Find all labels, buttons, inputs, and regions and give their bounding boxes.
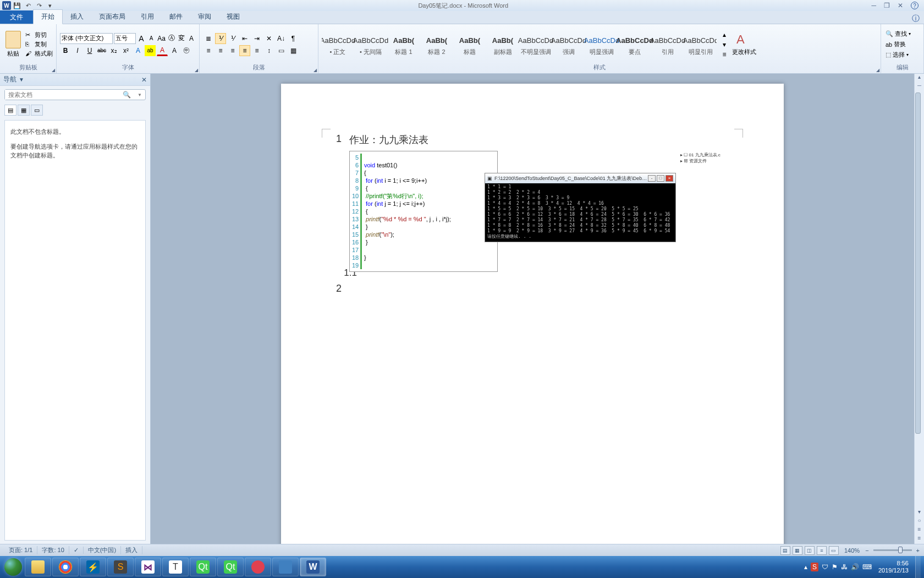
- shrink-font-button[interactable]: A: [147, 33, 156, 44]
- task-explorer[interactable]: [25, 558, 51, 576]
- style-item[interactable]: AaBb(标题 2: [421, 29, 453, 61]
- tray-lang-icon[interactable]: ⌨: [862, 563, 872, 571]
- heading-1[interactable]: 1 作业：九九乘法表: [325, 133, 740, 146]
- nav-tab-headings[interactable]: ▤: [4, 105, 16, 116]
- align-center-button[interactable]: ≡: [215, 45, 226, 56]
- scroll-up-icon[interactable]: ▴: [915, 74, 924, 83]
- font-launcher-icon[interactable]: ◢: [195, 68, 198, 73]
- bullets-button[interactable]: ≣: [203, 33, 214, 44]
- status-insert-mode[interactable]: 插入: [121, 546, 142, 554]
- clipboard-launcher-icon[interactable]: ◢: [52, 68, 55, 73]
- nav-close-icon[interactable]: ✕: [141, 76, 147, 84]
- tray-ime-icon[interactable]: S: [811, 563, 818, 571]
- view-outline-button[interactable]: ≡: [817, 546, 827, 555]
- prev-page-icon[interactable]: ≡: [915, 526, 924, 535]
- align-justify-button[interactable]: ≡: [239, 45, 250, 56]
- font-size-combo[interactable]: [114, 33, 136, 44]
- search-icon[interactable]: 🔍: [119, 91, 134, 99]
- tab-review[interactable]: 审阅: [190, 10, 219, 24]
- zoom-slider[interactable]: [873, 549, 912, 551]
- styles-gallery[interactable]: AaBbCcDd• 正文AaBbCcDd• 无间隔AaBb(标题 1AaBb(标…: [322, 28, 717, 62]
- paste-button[interactable]: 粘贴: [3, 31, 23, 58]
- subscript-button[interactable]: x₂: [108, 45, 119, 56]
- phonetic-button[interactable]: 変: [177, 33, 186, 44]
- zoom-in-button[interactable]: +: [916, 547, 920, 554]
- numbering-button[interactable]: ⅟: [215, 33, 226, 44]
- change-styles-button[interactable]: A 更改样式: [732, 32, 756, 56]
- char-border-button[interactable]: A: [187, 33, 196, 44]
- style-item[interactable]: AaBb(标题: [454, 29, 486, 61]
- document-area[interactable]: 1 作业：九九乘法表 56void test01()7{8 for (int i…: [151, 74, 914, 544]
- style-item[interactable]: AaBbCcDd要点: [619, 29, 651, 61]
- zoom-level[interactable]: 140%: [844, 547, 860, 554]
- tray-flag-icon[interactable]: ⚑: [832, 563, 838, 571]
- doc-split-icon[interactable]: ─: [915, 83, 924, 91]
- asian-layout-button[interactable]: ✕: [263, 33, 274, 44]
- tab-references[interactable]: 引用: [133, 10, 162, 24]
- tab-file[interactable]: 文件: [0, 10, 33, 24]
- tray-up-icon[interactable]: ▴: [804, 563, 807, 571]
- replace-button[interactable]: ab替换: [884, 40, 912, 49]
- underline-button[interactable]: U: [84, 45, 95, 56]
- code-screenshot[interactable]: 56void test01()7{8 for (int i = 1; i <= …: [349, 151, 498, 272]
- change-case-button[interactable]: Aa: [157, 33, 166, 44]
- style-item[interactable]: AaBbCcDd• 无间隔: [355, 29, 387, 61]
- decrease-indent-button[interactable]: ⇤: [239, 33, 250, 44]
- nav-dropdown-icon[interactable]: ▼: [19, 77, 24, 83]
- borders-button[interactable]: ▦: [288, 45, 299, 56]
- vertical-scrollbar[interactable]: ▴ ─ ▾ ○ ≡ ≡: [914, 74, 924, 544]
- undo-icon[interactable]: ↶: [23, 1, 33, 10]
- styles-launcher-icon[interactable]: ◢: [876, 68, 879, 73]
- scroll-track[interactable]: [915, 91, 924, 509]
- cut-button[interactable]: ✂剪切: [25, 31, 53, 39]
- browse-object-icon[interactable]: ○: [915, 517, 924, 526]
- grow-font-button[interactable]: A: [137, 33, 146, 44]
- multilevel-list-button[interactable]: ⅟: [227, 33, 238, 44]
- tab-layout[interactable]: 页面布局: [91, 10, 133, 24]
- view-web-button[interactable]: ◫: [805, 546, 815, 555]
- tray-clock[interactable]: 8:56 2019/12/13: [875, 560, 912, 574]
- tab-home[interactable]: 开始: [33, 9, 63, 24]
- nav-search-input[interactable]: [5, 90, 119, 100]
- page[interactable]: 1 作业：九九乘法表 56void test01()7{8 for (int i…: [281, 84, 784, 544]
- font-name-combo[interactable]: [60, 33, 113, 44]
- nav-tab-pages[interactable]: ▦: [18, 105, 30, 116]
- task-sublime[interactable]: S: [107, 558, 134, 576]
- line-spacing-button[interactable]: ↕: [263, 45, 274, 56]
- char-shading-button[interactable]: A: [169, 45, 180, 56]
- view-fullscreen-button[interactable]: ▦: [793, 546, 802, 555]
- tray-shield-icon[interactable]: 🛡: [822, 563, 828, 571]
- zoom-knob[interactable]: [898, 547, 903, 553]
- enclose-char-button[interactable]: ㊥: [181, 45, 192, 56]
- status-language[interactable]: 中文(中国): [84, 546, 121, 554]
- tab-view[interactable]: 视图: [219, 10, 248, 24]
- close-button[interactable]: ✕: [898, 2, 903, 9]
- styles-scroll-down-icon[interactable]: ▾: [719, 40, 730, 50]
- zoom-out-button[interactable]: −: [865, 547, 868, 554]
- styles-scroll-up-icon[interactable]: ▴: [719, 30, 730, 40]
- highlight-button[interactable]: ab: [145, 45, 156, 56]
- scroll-thumb[interactable]: [915, 92, 921, 434]
- search-dropdown-icon[interactable]: ▼: [134, 92, 145, 97]
- increase-indent-button[interactable]: ⇥: [251, 33, 262, 44]
- status-proofing-icon[interactable]: ✓: [69, 547, 84, 554]
- font-color-button[interactable]: A: [157, 45, 168, 56]
- start-button[interactable]: [2, 556, 24, 578]
- tray-volume-icon[interactable]: 🔊: [851, 563, 859, 571]
- task-app-2[interactable]: [245, 558, 271, 576]
- copy-button[interactable]: ⎘复制: [25, 40, 53, 48]
- status-page[interactable]: 页面: 1/1: [4, 546, 37, 554]
- maximize-button[interactable]: ❐: [884, 2, 890, 9]
- show-marks-button[interactable]: ¶: [288, 33, 299, 44]
- superscript-button[interactable]: x²: [120, 45, 131, 56]
- show-desktop-button[interactable]: [915, 556, 921, 578]
- style-item[interactable]: AaBbCcDd明显引用: [685, 29, 717, 61]
- ribbon-help-icon[interactable]: ⓘ: [912, 14, 924, 24]
- clear-formatting-button[interactable]: Ⓐ: [167, 33, 176, 44]
- status-words[interactable]: 字数: 10: [37, 546, 69, 554]
- sort-button[interactable]: A↓: [276, 33, 287, 44]
- tab-mailings[interactable]: 邮件: [162, 10, 190, 24]
- format-painter-button[interactable]: 🖌格式刷: [25, 50, 53, 58]
- task-app-3[interactable]: [272, 558, 299, 576]
- tray-network-icon[interactable]: 🖧: [841, 563, 848, 571]
